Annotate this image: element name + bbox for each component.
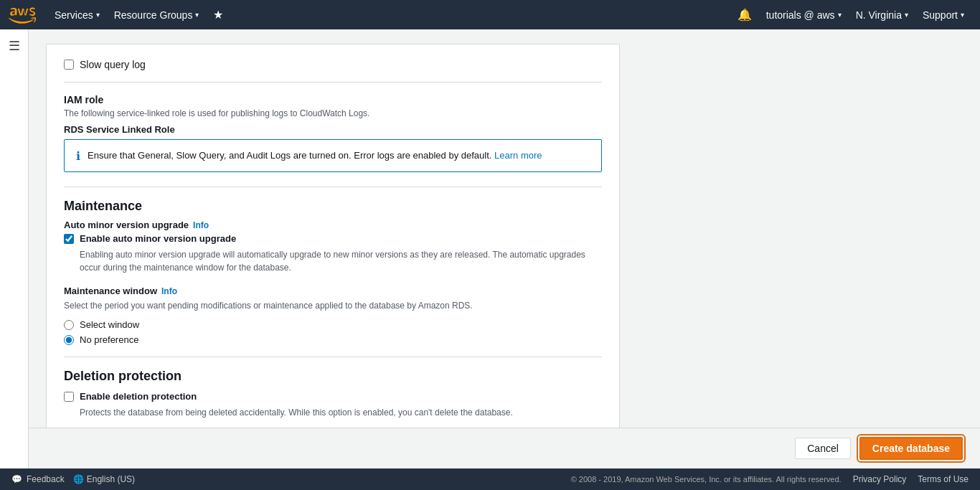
resource-groups-chevron-icon: ▾ xyxy=(195,11,199,19)
info-box: ℹ Ensure that General, Slow Query, and A… xyxy=(64,139,602,172)
region-chevron-icon: ▾ xyxy=(905,11,908,19)
region-label: N. Virginia xyxy=(856,9,902,21)
services-label: Services xyxy=(55,9,93,21)
auto-minor-version-label: Auto minor version upgrade Info xyxy=(64,220,602,230)
maintenance-window-text: Maintenance window xyxy=(64,286,157,296)
nav-right: 🔔 tutorials @ aws ▾ N. Virginia ▾ Suppor… xyxy=(730,0,971,29)
enable-auto-minor-label: Enable auto minor version upgrade xyxy=(80,233,236,244)
top-nav: Services ▾ Resource Groups ▾ ★ 🔔 tutoria… xyxy=(0,0,980,29)
create-database-button[interactable]: Create database xyxy=(859,437,963,460)
notifications-icon[interactable]: 🔔 xyxy=(730,0,759,29)
slow-query-label: Slow query log xyxy=(80,59,146,70)
enable-auto-minor-checkbox[interactable] xyxy=(64,234,74,244)
main-content: Slow query log IAM role The following se… xyxy=(29,29,980,468)
maintenance-divider xyxy=(64,187,602,187)
auto-minor-info-link[interactable]: Info xyxy=(193,220,209,230)
user-menu[interactable]: tutorials @ aws ▾ xyxy=(759,0,849,29)
aws-logo[interactable] xyxy=(9,6,36,24)
bookmark-icon[interactable]: ★ xyxy=(206,0,230,29)
services-nav[interactable]: Services ▾ xyxy=(47,0,107,29)
deletion-divider xyxy=(64,357,602,357)
maintenance-window-label: Maintenance window Info xyxy=(64,286,602,296)
maintenance-window-desc: Select the period you want pending modif… xyxy=(64,299,602,312)
maintenance-title: Maintenance xyxy=(64,199,602,214)
enable-auto-minor-row: Enable auto minor version upgrade xyxy=(64,233,602,244)
deletion-protection-desc: Protects the database from being deleted… xyxy=(80,406,602,419)
maintenance-window-info-link[interactable]: Info xyxy=(161,286,177,296)
no-preference-row: No preference xyxy=(64,334,602,345)
action-bar: Cancel Create database xyxy=(0,428,980,468)
services-chevron-icon: ▾ xyxy=(96,11,100,19)
support-chevron-icon: ▾ xyxy=(961,11,964,19)
sidebar-toggle[interactable]: ☰ xyxy=(9,38,20,54)
iam-divider xyxy=(64,82,602,83)
user-chevron-icon: ▾ xyxy=(838,11,842,19)
auto-minor-version-text: Auto minor version upgrade xyxy=(64,220,189,230)
deletion-protection-label: Enable deletion protection xyxy=(80,391,197,402)
resource-groups-label: Resource Groups xyxy=(114,9,193,21)
no-preference-radio[interactable] xyxy=(64,335,74,345)
select-window-row: Select window xyxy=(64,319,602,330)
deletion-protection-row: Enable deletion protection xyxy=(64,391,602,402)
iam-role-title: IAM role xyxy=(64,94,602,105)
support-menu[interactable]: Support ▾ xyxy=(915,0,971,29)
sidebar: ☰ xyxy=(0,29,29,468)
deletion-protection-title: Deletion protection xyxy=(64,369,602,384)
no-preference-label: No preference xyxy=(80,334,138,345)
slow-query-checkbox[interactable] xyxy=(64,60,74,70)
user-label: tutorials @ aws xyxy=(766,9,835,21)
iam-role-desc: The following service-linked role is use… xyxy=(64,108,602,118)
enable-auto-minor-desc: Enabling auto minor version upgrade will… xyxy=(80,248,602,274)
select-window-radio[interactable] xyxy=(64,320,74,330)
info-box-text: Ensure that General, Slow Query, and Aud… xyxy=(88,149,542,163)
rds-role-label: RDS Service Linked Role xyxy=(64,124,602,135)
cancel-button[interactable]: Cancel xyxy=(795,438,851,459)
info-circle-icon: ℹ xyxy=(76,149,80,163)
resource-groups-nav[interactable]: Resource Groups ▾ xyxy=(107,0,207,29)
learn-more-link[interactable]: Learn more xyxy=(494,150,542,161)
support-label: Support xyxy=(923,9,958,21)
region-menu[interactable]: N. Virginia ▾ xyxy=(849,0,915,29)
content-card: Slow query log IAM role The following se… xyxy=(46,44,620,434)
slow-query-row: Slow query log xyxy=(64,59,602,70)
deletion-protection-checkbox[interactable] xyxy=(64,392,74,402)
select-window-label: Select window xyxy=(80,319,139,330)
